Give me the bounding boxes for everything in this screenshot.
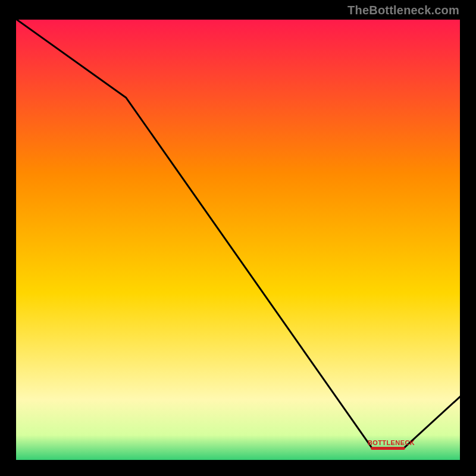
- chart-svg: [14, 18, 462, 462]
- plot-area: BOTTLENECK: [14, 18, 462, 462]
- gradient-background: [14, 18, 462, 462]
- chart-container: TheBottleneck.com: [0, 0, 476, 476]
- attribution-text: TheBottleneck.com: [347, 4, 459, 17]
- minimum-label: BOTTLENECK: [368, 439, 415, 446]
